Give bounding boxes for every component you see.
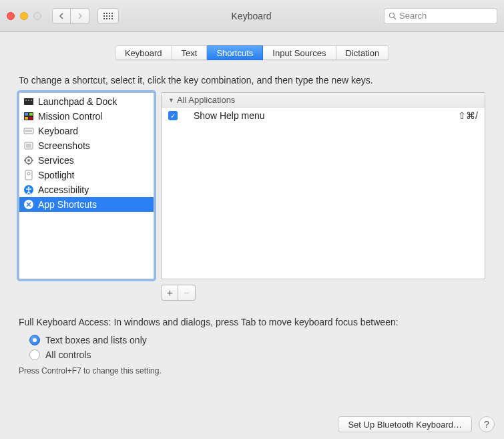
titlebar: Keyboard Search	[0, 0, 504, 32]
fka-option-1[interactable]: All controls	[29, 347, 485, 362]
svg-point-0	[390, 13, 395, 17]
tab-text[interactable]: Text	[172, 45, 208, 60]
instructions-label: To change a shortcut, select it, click t…	[19, 75, 485, 86]
category-label: Screenshots	[38, 140, 90, 151]
tab-dictation[interactable]: Dictation	[336, 45, 390, 60]
minimize-window-button[interactable]	[20, 12, 28, 20]
svg-rect-11	[24, 128, 33, 134]
zoom-window-button	[33, 12, 41, 20]
shortcut-label: Show Help menu	[194, 110, 458, 121]
disclosure-triangle-icon: ▼	[168, 97, 174, 104]
remove-shortcut-button: －	[178, 285, 196, 301]
accessibility-icon	[23, 184, 34, 195]
radio-label: Text boxes and lists only	[45, 335, 147, 345]
svg-point-17	[27, 159, 30, 162]
grid-icon	[103, 13, 113, 19]
window-title: Keyboard	[124, 11, 379, 21]
category-label: App Shortcuts	[38, 199, 97, 210]
mission-icon	[23, 111, 34, 122]
svg-rect-10	[29, 117, 33, 120]
back-button[interactable]	[52, 8, 71, 24]
svg-rect-5	[31, 100, 32, 101]
radio-button[interactable]	[29, 349, 40, 360]
keyboard-access-hint: Press Control+F7 to change this setting.	[19, 366, 485, 376]
forward-button[interactable]	[71, 8, 89, 24]
appstore-icon	[23, 199, 34, 210]
close-window-button[interactable]	[7, 12, 15, 20]
radio-button[interactable]	[29, 335, 40, 345]
group-header[interactable]: ▼ All Applications	[162, 93, 485, 108]
svg-rect-2	[24, 98, 33, 105]
radio-label: All controls	[45, 349, 91, 360]
category-spotlight[interactable]: Spotlight	[19, 168, 154, 182]
svg-rect-8	[29, 113, 33, 116]
tab-keyboard[interactable]: Keyboard	[115, 45, 172, 60]
svg-rect-7	[25, 113, 28, 116]
nav-back-forward	[52, 8, 89, 24]
show-all-button[interactable]	[97, 8, 119, 24]
svg-rect-9	[25, 117, 28, 120]
setup-bluetooth-keyboard-button[interactable]: Set Up Bluetooth Keyboard…	[338, 416, 472, 432]
category-launchpad-dock[interactable]: Launchpad & Dock	[19, 94, 154, 109]
svg-point-25	[28, 186, 30, 188]
category-list[interactable]: Launchpad & DockMission ControlKeyboardS…	[19, 92, 154, 279]
gear-icon	[23, 155, 34, 166]
svg-rect-15	[26, 144, 31, 148]
svg-point-23	[27, 172, 30, 175]
tab-shortcuts[interactable]: Shortcuts	[207, 45, 263, 60]
category-label: Mission Control	[38, 111, 102, 122]
category-label: Services	[38, 155, 74, 166]
category-accessibility[interactable]: Accessibility	[19, 182, 154, 197]
keyboard-icon	[23, 126, 34, 136]
add-remove-controls: ＋ －	[161, 285, 485, 301]
category-label: Spotlight	[38, 170, 74, 180]
svg-rect-4	[28, 100, 29, 101]
search-field[interactable]: Search	[384, 8, 497, 24]
category-app-shortcuts[interactable]: App Shortcuts	[19, 197, 154, 212]
content: KeyboardTextShortcutsInput SourcesDictat…	[0, 32, 504, 385]
launchpad-icon	[23, 96, 34, 107]
panes: Launchpad & DockMission ControlKeyboardS…	[19, 92, 485, 279]
spotlight-icon	[23, 170, 34, 180]
shortcut-list[interactable]: ▼ All Applications ✓Show Help menu⇧⌘/	[161, 92, 485, 279]
svg-rect-3	[25, 100, 27, 101]
fka-option-0[interactable]: Text boxes and lists only	[29, 333, 485, 347]
category-label: Launchpad & Dock	[38, 96, 117, 107]
screenshot-icon	[23, 140, 34, 151]
category-keyboard[interactable]: Keyboard	[19, 124, 154, 138]
category-services[interactable]: Services	[19, 153, 154, 168]
footer: Set Up Bluetooth Keyboard… ?	[338, 416, 495, 432]
category-screenshots[interactable]: Screenshots	[19, 138, 154, 153]
search-placeholder: Search	[399, 11, 427, 21]
shortcut-keys[interactable]: ⇧⌘/	[458, 110, 478, 121]
category-label: Keyboard	[38, 126, 78, 136]
tab-input-sources[interactable]: Input Sources	[263, 45, 336, 60]
shortcut-enabled-checkbox[interactable]: ✓	[168, 111, 178, 120]
category-mission-control[interactable]: Mission Control	[19, 109, 154, 124]
svg-line-1	[394, 17, 396, 19]
category-label: Accessibility	[38, 184, 89, 195]
tabbar: KeyboardTextShortcutsInput SourcesDictat…	[19, 45, 485, 60]
group-header-label: All Applications	[177, 95, 235, 105]
shortcut-row[interactable]: ✓Show Help menu⇧⌘/	[162, 108, 485, 124]
help-button[interactable]: ?	[479, 416, 495, 432]
add-shortcut-button[interactable]: ＋	[161, 285, 178, 301]
search-icon	[389, 12, 397, 20]
window-controls	[7, 12, 41, 20]
full-keyboard-access-label: Full Keyboard Access: In windows and dia…	[19, 317, 485, 327]
